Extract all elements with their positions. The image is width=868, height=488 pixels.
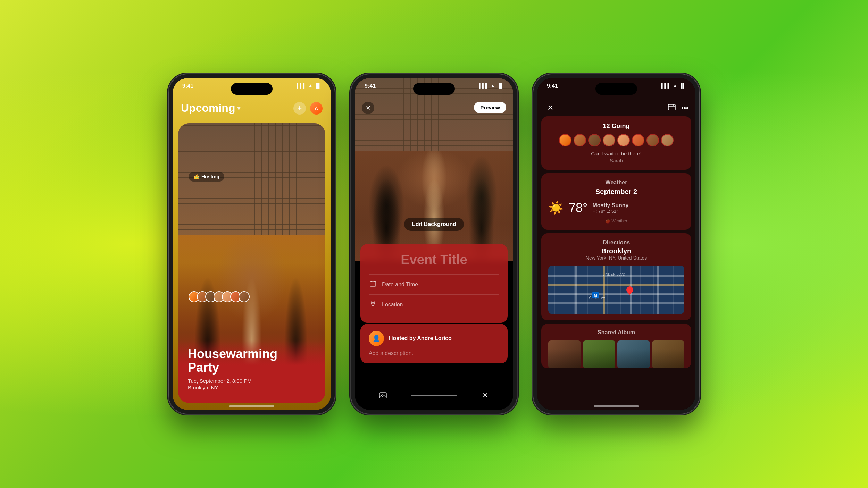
going-avatar-1 <box>559 134 571 146</box>
blvd-label: LINDEN BLVD <box>603 272 625 276</box>
phone-3-detail: 9:41 ▌▌▌ ▲ ▐▌ ✕ <box>533 74 700 414</box>
weather-high-low: H: 78° L: 51° <box>592 209 628 214</box>
host-name: Hosted by Andre Lorico <box>389 335 452 342</box>
status-time-1: 9:41 <box>182 83 193 89</box>
edit-bg-label: Edit Background <box>412 221 456 227</box>
svg-rect-5 <box>379 393 386 398</box>
edit-background-button[interactable]: Edit Background <box>404 218 464 231</box>
status-icons-2: ▌▌▌ ▲ ▐▌ <box>479 83 503 88</box>
svg-rect-0 <box>370 281 376 286</box>
map-road-v1 <box>575 266 577 314</box>
map-view[interactable]: M Church Av LINDEN BLVD <box>548 266 684 314</box>
status-icons-3: ▌▌▌ ▲ ▐▌ <box>661 83 686 88</box>
event-location: Brooklyn, NY <box>188 385 316 390</box>
going-count: 12 Going <box>548 123 684 130</box>
dynamic-island-3 <box>595 83 637 95</box>
svg-rect-7 <box>668 104 675 110</box>
event-name-line1: Housewarming <box>188 347 277 361</box>
bottom-bar: ✕ <box>355 388 513 403</box>
going-avatar-7 <box>646 134 659 146</box>
album-photo-1 <box>548 340 581 368</box>
going-avatar-3 <box>588 134 601 146</box>
detail-close-button[interactable]: ✕ <box>544 102 557 114</box>
map-road-h3 <box>548 293 684 295</box>
date-time-field[interactable]: Date and Time <box>369 274 499 294</box>
weather-row: ☀️ 78° Mostly Sunny H: 78° L: 51° <box>548 201 684 215</box>
going-user: Sarah <box>548 158 684 163</box>
status-time-3: 9:41 <box>547 83 558 89</box>
phone-2-screen: 9:41 ▌▌▌ ▲ ▐▌ ✕ Preview Edit Background <box>355 78 513 410</box>
event-name: Housewarming Party <box>188 347 316 375</box>
detail-cards: 12 Going Can't wait to be there! Sarah <box>541 116 691 368</box>
preview-button[interactable]: Preview <box>474 102 506 113</box>
bottom-close-icon: ✕ <box>482 391 488 399</box>
weather-date: September 2 <box>548 188 684 196</box>
more-options-icon[interactable]: ••• <box>681 104 688 112</box>
signal-icon-1: ▌▌▌ <box>297 83 306 88</box>
battery-icon-1: ▐▌ <box>315 83 321 88</box>
going-avatar-6 <box>632 134 644 146</box>
media-button[interactable] <box>375 388 391 403</box>
going-avatars <box>548 134 684 146</box>
host-avatar: 👤 <box>369 331 384 346</box>
album-photo-3 <box>617 340 650 368</box>
directions-title: Directions <box>548 239 684 246</box>
battery-icon-2: ▐▌ <box>497 83 503 88</box>
phone1-header: Upcoming ▾ + A <box>173 98 331 119</box>
weather-temp: 78° <box>569 201 587 215</box>
weather-card: Weather September 2 ☀️ 78° Mostly Sunny … <box>541 173 691 230</box>
phone-2-create: 9:41 ▌▌▌ ▲ ▐▌ ✕ Preview Edit Background <box>351 74 517 414</box>
event-datetime: Tue, September 2, 8:00 PM <box>188 378 316 384</box>
home-indicator-2 <box>411 395 457 396</box>
header-buttons: + A <box>293 102 323 115</box>
wifi-icon-2: ▲ <box>491 83 495 88</box>
status-icons-1: ▌▌▌ ▲ ▐▌ <box>297 83 321 88</box>
directions-card: Directions Brooklyn New York, NY, United… <box>541 233 691 320</box>
signal-icon-2: ▌▌▌ <box>479 83 489 88</box>
close-x-icon: ✕ <box>547 103 553 112</box>
map-road-v4 <box>657 266 659 314</box>
event-title-field[interactable]: Event Title <box>369 252 499 267</box>
location-pin-icon <box>369 300 377 309</box>
directions-address: New York, NY, United States <box>548 255 684 261</box>
add-event-button[interactable]: + <box>293 102 306 115</box>
plus-icon: + <box>298 104 302 113</box>
signal-icon-3: ▌▌▌ <box>661 83 671 88</box>
dynamic-island-1 <box>231 83 273 95</box>
home-indicator-3 <box>594 405 639 407</box>
share-event-icon[interactable] <box>668 103 676 113</box>
bottom-close-button[interactable]: ✕ <box>477 388 493 403</box>
upcoming-label: Upcoming <box>181 102 235 115</box>
going-avatar-5 <box>617 134 630 146</box>
going-avatar-8 <box>661 134 674 146</box>
phone-3-screen: 9:41 ▌▌▌ ▲ ▐▌ ✕ <box>537 78 695 410</box>
event-info: Housewarming Party Tue, September 2, 8:0… <box>178 340 325 403</box>
svg-point-4 <box>372 302 374 303</box>
map-road-linden <box>548 284 684 286</box>
preview-label: Preview <box>480 104 500 110</box>
going-avatar-2 <box>574 134 586 146</box>
phone-1-screen: 9:41 ▌▌▌ ▲ ▐▌ Upcoming ▾ + <box>173 78 331 410</box>
description-field[interactable]: Add a description. <box>369 350 499 356</box>
host-avatar-icon: 👤 <box>373 335 380 342</box>
close-button[interactable]: ✕ <box>362 102 374 114</box>
location-field[interactable]: Location <box>369 294 499 314</box>
album-photos <box>548 340 684 368</box>
weather-description: Mostly Sunny <box>592 202 628 209</box>
phone-1-upcoming: 9:41 ▌▌▌ ▲ ▐▌ Upcoming ▾ + <box>168 74 335 414</box>
user-avatar-button[interactable]: A <box>310 102 323 115</box>
album-photo-2 <box>583 340 616 368</box>
detail-header-icons: ••• <box>668 103 688 113</box>
event-card[interactable]: 👑 Hosting Housewarming <box>178 123 325 403</box>
event-name-line2: Party <box>188 360 219 375</box>
hosting-label: Hosting <box>201 174 219 179</box>
going-comment: Can't wait to be there! <box>548 151 684 157</box>
home-indicator-1 <box>229 405 274 407</box>
map-road-h4 <box>548 302 684 304</box>
going-avatar-4 <box>603 134 615 146</box>
weather-title: Weather <box>548 179 684 186</box>
shared-album-title: Shared Album <box>548 329 684 336</box>
date-time-label: Date and Time <box>382 281 418 288</box>
upcoming-title-group[interactable]: Upcoming ▾ <box>181 102 240 115</box>
battery-icon-3: ▐▌ <box>679 83 686 88</box>
